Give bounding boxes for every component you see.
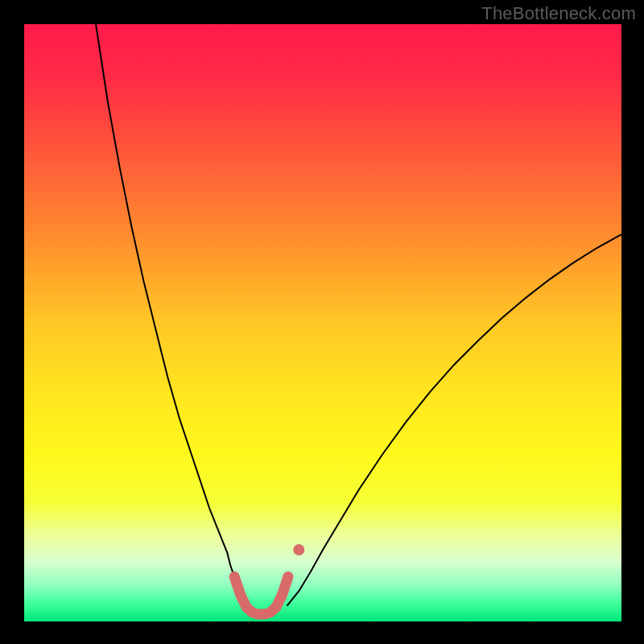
chart-svg bbox=[24, 24, 621, 621]
attribution-label: TheBottleneck.com bbox=[481, 3, 636, 24]
plot-area bbox=[24, 24, 621, 621]
chart-container: TheBottleneck.com bbox=[0, 0, 644, 644]
series-trough-dot-right-point bbox=[293, 544, 304, 555]
gradient-background bbox=[24, 24, 621, 621]
